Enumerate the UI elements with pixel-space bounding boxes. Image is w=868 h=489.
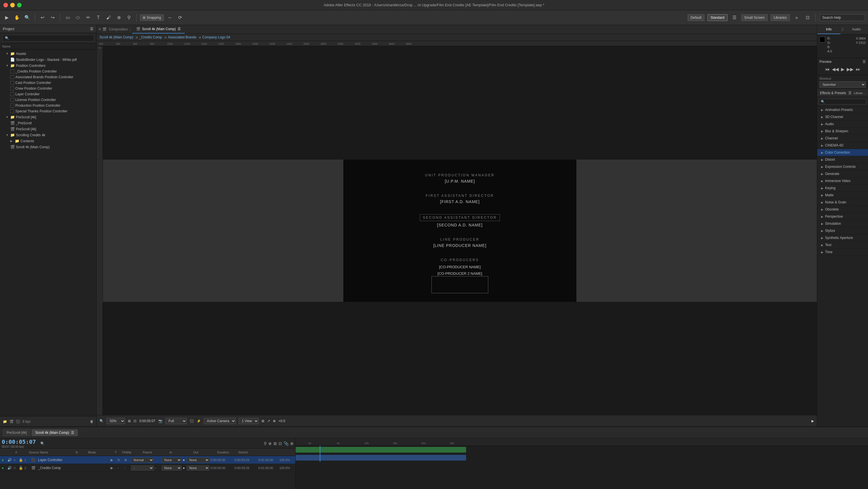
workspace-menu-icon[interactable]: ☰ [731,13,738,22]
tab-audio[interactable]: Audio [845,25,868,34]
timeline-tab-prescroll[interactable]: PreScroll [4k] [3,429,30,436]
layer-lock-2[interactable]: 🔓 [19,466,23,470]
layer-mode-select-1[interactable]: Normal [131,457,154,463]
tree-item-assets[interactable]: ▼ 📁 Assets [0,51,96,57]
new-comp-icon[interactable]: 🎬 [9,420,13,424]
layer-visibility-1[interactable]: ● [2,458,6,462]
camera-select[interactable]: Active Camera [204,418,236,424]
fast-preview-icon[interactable]: ⚡ [197,419,201,423]
tl-icon-2[interactable]: ⊕ [268,441,272,446]
layer-row-1[interactable]: ● 🔊 ☆ 🔓 1 ⬛ Layer Controller ▶ fx ⊕ Norm… [0,456,295,464]
effect-animation-presets[interactable]: ▶ Animation Presets [817,106,868,114]
safe-icon[interactable]: ⊡ [133,419,136,423]
rectangle-tool[interactable]: ▭ [64,13,72,22]
project-search-input[interactable] [2,35,94,41]
hand-tool[interactable]: ✋ [13,13,21,22]
effect-generate[interactable]: ▶ Generate [817,170,868,177]
layer-trkmat-2[interactable]: None [162,465,182,470]
project-menu-icon[interactable]: ☰ [90,27,94,31]
tree-item-credits-ctrl[interactable]: _Credits Position Controller [0,68,96,74]
layer-mode-select-2[interactable]: - [131,465,154,470]
layer-audio-1[interactable]: 🔊 [7,458,12,462]
trash-icon[interactable]: 🗑 [90,420,94,424]
breadcrumb-item-logo[interactable]: Company Logo 04 [203,35,230,39]
layer-fx-1[interactable]: fx [117,458,123,462]
effect-text[interactable]: ▶ Text [817,241,868,249]
tree-item-contents[interactable]: ▶ 📁 Contents [0,138,96,144]
tree-item-prescroll-comp1[interactable]: 🎬 _PreScroll [0,120,96,126]
layer-checkbox[interactable] [10,81,14,85]
tree-item-layer-ctrl[interactable]: Layer Controller [0,91,96,97]
text-tool[interactable]: T [94,13,102,22]
ellipse-tool[interactable]: ⬭ [74,13,82,22]
effect-simulation[interactable]: ▶ Simulation [817,220,868,227]
share-icon[interactable]: ↗ [267,419,270,423]
effect-color-correction[interactable]: ▶ Color Correction [817,149,868,156]
effect-synthetic[interactable]: ▶ Synthetic Aperture [817,234,868,241]
layer-fx-2[interactable]: - [117,466,123,470]
effect-channel[interactable]: ▶ Channel [817,135,868,142]
layout-icons[interactable]: ⊞ [261,419,264,423]
tab-info[interactable]: Info [817,25,840,34]
layer-checkbox[interactable] [10,86,14,90]
viewport-area[interactable]: UNIT PRODUCTION MANAGER [U.P.M. NAME] FI… [103,160,817,302]
next-frame-button[interactable]: ▶▶ [847,66,854,72]
layer-3d-1[interactable]: ⊕ [124,458,130,462]
shortcut-select[interactable]: Spacebar [819,81,866,88]
workspace-small[interactable]: Small Screen [741,14,768,21]
track-bar-2[interactable] [296,454,868,462]
zoom-select[interactable]: 50% 100% 25% [106,418,125,424]
tree-item-studiobinder[interactable]: 📄 StudioBinder Logo - Stacked - White.pd… [0,57,96,63]
effect-noise[interactable]: ▶ Noise & Grain [817,199,868,206]
layer-audio-2[interactable]: 🔊 [7,466,12,470]
effect-time[interactable]: ▶ Time [817,249,868,256]
tree-item-scrolling[interactable]: ▼ 📁 Scrolling Credits 4k [0,132,96,138]
tree-item-cast-ctrl[interactable]: Cast Position Controller [0,80,96,86]
brush-tool[interactable]: 🖌 [104,13,113,22]
effect-stylize[interactable]: ▶ Stylize [817,227,868,234]
grid-icon[interactable]: ⊞ [128,419,131,423]
layer-lock-1[interactable]: 🔓 [19,458,23,462]
new-solid-icon[interactable]: ⬛ [16,420,20,424]
puppet-tool[interactable]: ⚲ [125,13,133,22]
res-icon[interactable]: ⬛ [190,419,194,423]
effect-expression[interactable]: ▶ Expression Controls [817,163,868,170]
select-tool[interactable]: ▶ [3,13,11,22]
layer-checkbox[interactable] [10,69,14,74]
workspace-default[interactable]: Default [687,14,705,21]
tl-icon-1[interactable]: ⚲ [264,441,267,446]
pen-tool[interactable]: ✏ [84,13,92,22]
tree-item-license-ctrl[interactable]: License Position Controller [0,97,96,103]
preview-menu[interactable]: ☰ [863,60,866,64]
playhead[interactable] [320,446,320,462]
tree-item-prescroll-comp2[interactable]: 🎬 PreScroll [4k] [0,126,96,132]
workspace-standard[interactable]: Standard [707,14,727,21]
tree-item-crew-ctrl[interactable]: Crew Position Controller [0,86,96,91]
minimize-button[interactable] [10,3,15,7]
prev-frame-button[interactable]: ◀◀ [832,66,839,72]
layer-checkbox[interactable] [10,75,14,79]
composition-viewport[interactable]: 0 UNIT PRODUCTION MANAGER [U.P.M. NAME] … [97,46,817,415]
layer-checkbox[interactable] [10,104,14,108]
layer-solo-1[interactable]: ☆ [13,458,18,462]
skip-back-button[interactable]: ⏮ [825,67,830,72]
flow-icon[interactable]: ↔ [166,13,174,22]
tl-icon-6[interactable]: ⊗ [290,441,293,446]
breadcrumb-item-main[interactable]: Scroll 4k (Main Comp) [99,35,133,39]
effect-audio[interactable]: ▶ Audio [817,121,868,128]
snapping-toggle[interactable]: ⊞ Snapping [140,15,164,21]
close-button[interactable] [3,3,8,7]
effect-obsolete[interactable]: ▶ Obsolete [817,206,868,213]
tl-icon-5[interactable]: 📎 [284,441,288,446]
play-button[interactable]: ▶ [841,66,844,72]
zoom-tool[interactable]: 🔍 [23,13,31,22]
comp-tab-main[interactable]: 🎬 Scroll 4k (Main Comp) ☰ [132,25,185,34]
layer-checkbox[interactable] [10,109,14,113]
tree-item-brands-ctrl[interactable]: Associated Brands Positioin Controller [0,74,96,80]
expand-icon[interactable]: ▶ [811,419,814,423]
workspace-libraries[interactable]: Libraries [771,14,790,21]
effect-distort[interactable]: ▶ Distort [817,156,868,163]
layer-solo-2[interactable]: ☆ [13,466,18,470]
comp-panel-close[interactable]: ✕ [98,27,101,31]
layer-checkbox[interactable] [10,98,14,102]
